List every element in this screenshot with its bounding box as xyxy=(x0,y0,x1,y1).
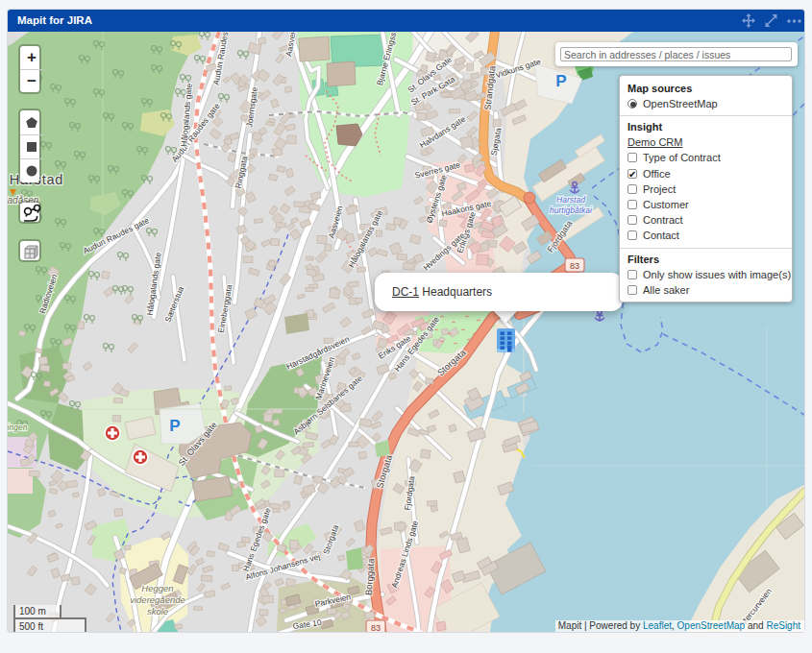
svg-text:skole: skole xyxy=(147,606,168,617)
svg-text:videregående: videregående xyxy=(130,594,185,605)
svg-text:83: 83 xyxy=(371,623,381,633)
svg-text:ingen: ingen xyxy=(8,423,28,432)
svg-text:P: P xyxy=(555,72,566,90)
svg-text:P: P xyxy=(169,417,180,435)
svg-text:hurtigbåtkai: hurtigbåtkai xyxy=(550,206,593,215)
svg-text:Harstad: Harstad xyxy=(556,195,585,205)
svg-text:Heggen: Heggen xyxy=(141,583,173,593)
svg-text:83: 83 xyxy=(570,261,579,271)
